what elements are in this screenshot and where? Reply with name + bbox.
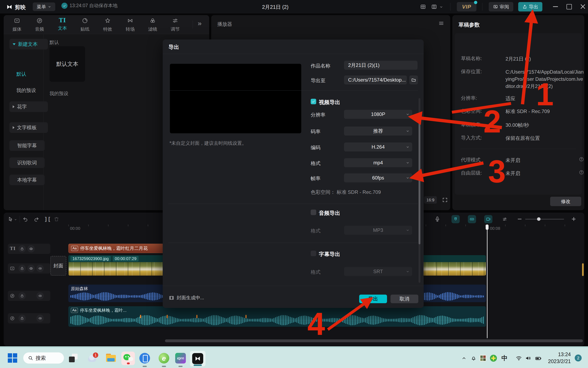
close-button[interactable] xyxy=(580,4,585,9)
browse-folder-button[interactable] xyxy=(409,75,418,84)
help-icon[interactable] xyxy=(579,156,584,162)
audio-format-select[interactable]: MP3 xyxy=(344,226,412,235)
mute-icon[interactable] xyxy=(37,315,44,322)
ribbon-more-chevrons[interactable]: » xyxy=(198,19,202,27)
volume-icon[interactable] xyxy=(525,355,531,361)
cursor-chevron-icon[interactable] xyxy=(14,218,17,221)
mute-icon[interactable] xyxy=(37,265,44,272)
sidebar-item-local-caption[interactable]: 本地字幕 xyxy=(9,175,45,185)
battery-icon[interactable] xyxy=(535,355,542,362)
main-track-magnet-toggle[interactable] xyxy=(452,215,460,223)
tray-360-icon[interactable] xyxy=(490,355,497,362)
eye-icon[interactable] xyxy=(28,245,35,252)
file-explorer-icon[interactable] xyxy=(106,354,116,362)
notification-count-badge[interactable]: 2 xyxy=(575,355,582,361)
dialog-export-button[interactable]: 导出 xyxy=(359,294,387,303)
audio-export-checkbox[interactable] xyxy=(311,210,316,215)
help-icon[interactable] xyxy=(579,170,584,175)
playhead-line[interactable] xyxy=(487,224,487,338)
dialog-scrollbar-thumb[interactable] xyxy=(418,113,420,244)
maximize-button[interactable] xyxy=(567,4,572,9)
eye-icon[interactable] xyxy=(28,265,35,272)
zoom-out-icon[interactable] xyxy=(518,219,522,219)
tab-filter[interactable]: 滤镜 xyxy=(142,18,163,32)
notification-bell-icon[interactable] xyxy=(471,355,477,361)
dialog-footer-divider xyxy=(163,286,424,286)
sidebar-item-text-template[interactable]: 文字模板 xyxy=(9,122,48,133)
phone-link-icon[interactable] xyxy=(139,353,150,364)
default-text-card[interactable]: 默认文本 xyxy=(49,46,85,82)
undo-icon[interactable] xyxy=(22,216,28,222)
preview-axis-toggle[interactable] xyxy=(484,215,493,223)
tray-chevron-up-icon[interactable] xyxy=(461,355,467,361)
resolution-select[interactable]: 1080P xyxy=(344,110,412,119)
lock-icon[interactable] xyxy=(19,245,26,252)
zoom-in-icon[interactable] xyxy=(572,217,576,221)
sidebar-item-default[interactable]: 默认 xyxy=(16,71,26,77)
layout-chevron-icon[interactable] xyxy=(439,5,443,9)
video-export-checkbox[interactable] xyxy=(311,99,316,104)
select-cursor-icon[interactable] xyxy=(7,216,13,222)
format-select[interactable]: mp4 xyxy=(344,158,412,167)
zoom-slider[interactable] xyxy=(525,219,564,220)
audio-clip-2[interactable]: Aa 停车坐爱枫林晚，霜叶... xyxy=(68,306,486,327)
subtitle-export-checkbox[interactable] xyxy=(311,251,316,256)
search-input[interactable]: 搜索 xyxy=(23,352,64,364)
menu-button[interactable]: 菜单 xyxy=(33,2,55,11)
vip-button[interactable]: VIP xyxy=(457,2,476,11)
clock[interactable]: 13:24 2023/2/21 xyxy=(548,351,571,365)
widgets-weather-icon[interactable]: 1 xyxy=(88,354,97,363)
fullscreen-icon[interactable] xyxy=(442,197,448,203)
record-mic-icon[interactable] xyxy=(434,216,440,222)
jianying-taskbar-tile[interactable] xyxy=(190,351,206,366)
lock-icon[interactable] xyxy=(19,265,26,272)
sidebar-item-new-text[interactable]: 新建文本 xyxy=(9,39,48,49)
timeline-settings-icon[interactable] xyxy=(501,215,509,223)
lock-icon[interactable] xyxy=(19,315,26,322)
subtitle-format-select[interactable]: SRT xyxy=(344,267,412,276)
browser-360-icon[interactable]: e xyxy=(159,353,169,364)
dialog-cancel-button[interactable]: 取消 xyxy=(390,294,418,303)
name-input[interactable]: 2月21日 (2)(1) xyxy=(344,61,417,70)
mute-icon[interactable] xyxy=(37,292,44,300)
lock-icon[interactable] xyxy=(19,292,26,300)
review-button[interactable]: 审阅 xyxy=(489,2,513,11)
iqiyi-icon[interactable]: iQIYI xyxy=(175,353,186,364)
player-menu-icon[interactable] xyxy=(438,20,444,26)
tab-effects[interactable]: 特效 xyxy=(97,18,118,32)
modify-button[interactable]: 修改 xyxy=(550,197,581,206)
layout-grid-icon[interactable] xyxy=(420,4,426,10)
wechat-icon[interactable] xyxy=(121,352,135,365)
start-button[interactable] xyxy=(8,353,17,363)
delete-icon[interactable] xyxy=(54,216,59,222)
minimize-button[interactable] xyxy=(553,6,558,7)
dest-input[interactable]: C:/Users/71574/Desktop... xyxy=(344,75,407,84)
tab-adjust[interactable]: 调节 xyxy=(165,18,185,32)
ime-indicator[interactable]: 中 xyxy=(502,354,508,362)
tab-audio[interactable]: 音频 xyxy=(29,18,50,32)
task-view-button[interactable] xyxy=(69,354,77,362)
tray-app-icon[interactable] xyxy=(480,355,486,361)
sidebar-item-huazi[interactable]: 花字 xyxy=(9,101,48,112)
zoom-slider-handle[interactable] xyxy=(537,217,541,221)
bitrate-select[interactable]: 推荐 xyxy=(344,127,412,136)
tab-sticker[interactable]: 贴纸 xyxy=(75,18,95,32)
tab-media[interactable]: 媒体 xyxy=(7,18,27,32)
sidebar-item-smart-caption[interactable]: 智能字幕 xyxy=(9,140,45,151)
tab-text[interactable]: TI 文本 xyxy=(52,17,73,31)
tab-transition[interactable]: 转场 xyxy=(120,18,140,32)
export-button[interactable]: 导出 xyxy=(518,2,542,11)
cover-button[interactable]: 封面 xyxy=(50,256,66,276)
layout-columns-icon[interactable] xyxy=(431,4,437,10)
redo-icon[interactable] xyxy=(34,216,39,222)
fps-select[interactable]: 60fps xyxy=(344,173,412,182)
timeline-hscrollbar[interactable] xyxy=(165,339,583,342)
codec-select[interactable]: H.264 xyxy=(344,142,412,151)
split-icon[interactable]: ][ xyxy=(44,216,51,222)
sidebar-item-lyrics[interactable]: 识别歌词 xyxy=(9,157,45,168)
wifi-icon[interactable] xyxy=(516,355,522,361)
aspect-ratio-button[interactable]: 16:9 xyxy=(424,196,437,204)
dialog-scrollbar[interactable] xyxy=(418,98,420,283)
sidebar-item-my-presets[interactable]: 我的预设 xyxy=(16,87,36,94)
auto-snap-toggle[interactable] xyxy=(468,215,476,223)
